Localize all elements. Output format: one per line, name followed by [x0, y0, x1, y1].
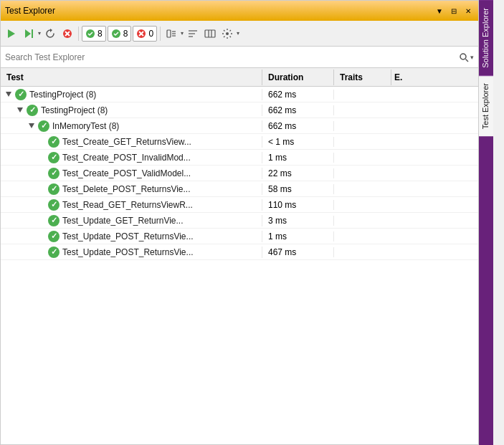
search-icon	[459, 52, 469, 62]
test-name-label: Test_Create_GET_ReturnsView...	[62, 137, 191, 147]
columns-button[interactable]	[202, 26, 218, 42]
col-header-test[interactable]: Test	[1, 70, 262, 85]
table-row[interactable]: TestingProject (8)662 ms	[1, 102, 478, 118]
refresh-button[interactable]	[42, 26, 58, 42]
skipped-badge-button[interactable]: 0	[133, 26, 157, 42]
expand-collapse-icon[interactable]	[4, 90, 14, 100]
pass-icon	[38, 120, 49, 132]
title-bar-left: Test Explorer	[5, 6, 55, 16]
pass-icon	[48, 215, 60, 226]
pin-button[interactable]: ▼	[434, 5, 445, 16]
tab-test-explorer[interactable]: Test Explorer	[479, 75, 493, 136]
group-button[interactable]	[163, 26, 179, 42]
tab-solution-explorer[interactable]: Solution Explorer	[479, 0, 493, 75]
column-header: Test Duration Traits E.	[1, 68, 478, 87]
col-header-duration[interactable]: Duration	[262, 70, 334, 85]
pass-icon	[48, 152, 60, 163]
test-duration-cell: 662 ms	[262, 105, 334, 115]
table-row[interactable]: Test_Create_POST_InvalidMod...1 ms	[1, 150, 478, 166]
run-dropdown-arrow[interactable]: ▾	[38, 30, 41, 37]
test-duration-cell: 110 ms	[262, 200, 334, 210]
test-duration-cell: 3 ms	[262, 216, 334, 226]
separator-2	[160, 27, 161, 41]
test-duration-cell: 22 ms	[262, 168, 334, 178]
test-name-label: TestingProject (8)	[41, 105, 108, 115]
svg-marker-25	[17, 107, 23, 113]
test-name-label: TestingProject (8)	[29, 90, 96, 100]
test-name-label: Test_Delete_POST_ReturnsVie...	[62, 184, 191, 194]
pass-icon	[48, 168, 60, 179]
col-header-e[interactable]: E.	[391, 70, 420, 85]
test-name-label: InMemoryTest (8)	[52, 121, 119, 131]
cancel-button[interactable]	[60, 26, 75, 42]
svg-rect-2	[32, 29, 33, 38]
table-row[interactable]: Test_Read_GET_ReturnsViewR...110 ms	[1, 197, 478, 213]
test-name-label: Test_Update_POST_ReturnsVie...	[62, 231, 194, 241]
search-dropdown-arrow[interactable]: ▾	[470, 54, 474, 61]
svg-marker-1	[25, 29, 31, 38]
pass-icon	[48, 231, 60, 242]
table-row[interactable]: Test_Update_POST_ReturnsVie...467 ms	[1, 244, 478, 260]
pass-icon	[48, 183, 60, 195]
table-row[interactable]: Test_Update_GET_ReturnVie...3 ms	[1, 213, 478, 229]
pass-icon	[48, 247, 60, 258]
svg-rect-18	[205, 30, 215, 37]
test-duration-cell: 1 ms	[262, 231, 334, 241]
test-duration-cell: 662 ms	[262, 90, 334, 100]
svg-line-23	[466, 59, 469, 62]
title-bar-title: Test Explorer	[5, 6, 55, 16]
title-bar-controls: ▼ ⊟ ✕	[434, 5, 474, 16]
pass-icon	[48, 136, 60, 148]
skipped-count: 0	[148, 29, 153, 39]
failed-badge-button[interactable]: 8	[108, 26, 132, 42]
test-name-label: Test_Read_GET_ReturnsViewR...	[62, 200, 193, 210]
pass-icon	[27, 105, 38, 116]
group-dropdown-arrow[interactable]: ▾	[181, 30, 184, 37]
test-name-label: Test_Create_POST_InvalidMod...	[62, 153, 191, 163]
settings-dropdown-arrow[interactable]: ▾	[237, 30, 239, 37]
pass-icon	[15, 89, 27, 100]
failed-count: 8	[123, 29, 128, 39]
sort-button[interactable]	[185, 26, 201, 42]
separator-1	[78, 27, 79, 41]
passed-count: 8	[98, 29, 103, 39]
search-input[interactable]	[5, 52, 459, 62]
dock-button[interactable]: ⊟	[448, 5, 460, 16]
test-duration-cell: 467 ms	[262, 247, 334, 257]
test-duration-cell: 662 ms	[262, 121, 334, 131]
table-row[interactable]: TestingProject (8)662 ms	[1, 87, 478, 102]
test-duration-cell: < 1 ms	[262, 137, 334, 147]
test-name-label: Test_Update_GET_ReturnVie...	[62, 216, 184, 226]
table-row[interactable]: Test_Update_POST_ReturnsVie...1 ms	[1, 229, 478, 244]
close-button[interactable]: ✕	[462, 5, 474, 16]
test-name-label: Test_Update_POST_ReturnsVie...	[62, 247, 194, 257]
settings-button[interactable]	[219, 26, 235, 42]
table-row[interactable]: InMemoryTest (8)662 ms	[1, 118, 478, 134]
svg-marker-0	[8, 29, 15, 38]
run-all-button[interactable]	[4, 26, 19, 42]
test-duration-cell: 1 ms	[262, 153, 334, 163]
table-row[interactable]: Test_Create_GET_ReturnsView...< 1 ms	[1, 134, 478, 150]
svg-marker-24	[6, 92, 11, 97]
search-bar: ▾	[1, 47, 478, 68]
test-list: TestingProject (8)662 msTestingProject (…	[1, 87, 478, 444]
table-row[interactable]: Test_Create_POST_ValidModel...22 ms	[1, 166, 478, 181]
title-bar: Test Explorer ▼ ⊟ ✕	[1, 1, 478, 21]
test-name-label: Test_Create_POST_ValidModel...	[62, 168, 191, 178]
table-row[interactable]: Test_Delete_POST_ReturnsVie...58 ms	[1, 181, 478, 197]
expand-collapse-icon[interactable]	[27, 121, 37, 131]
svg-marker-26	[29, 123, 34, 128]
svg-point-21	[226, 32, 229, 35]
expand-collapse-icon[interactable]	[15, 105, 25, 115]
svg-point-22	[460, 54, 466, 59]
run-button[interactable]	[21, 26, 37, 42]
test-explorer-panel: Test Explorer ▼ ⊟ ✕ ▾	[0, 0, 479, 445]
test-duration-cell: 58 ms	[262, 184, 334, 194]
toolbar: ▾ 8	[1, 21, 478, 47]
side-tabs: Solution Explorer Test Explorer	[479, 0, 493, 445]
svg-rect-11	[167, 30, 171, 37]
col-header-traits[interactable]: Traits	[334, 70, 391, 85]
pass-icon	[48, 199, 60, 211]
passed-badge-button[interactable]: 8	[82, 26, 106, 42]
